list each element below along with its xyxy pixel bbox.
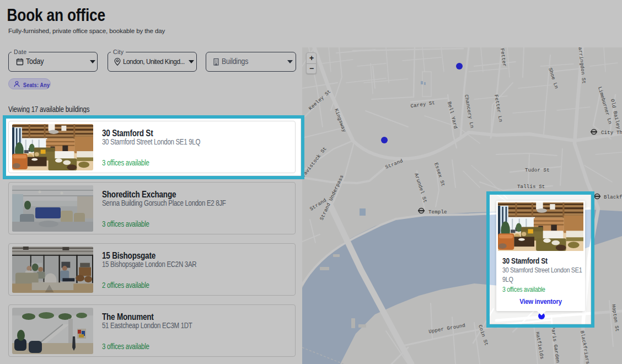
svg-text:Blackfriars: Blackfriars [604, 195, 622, 200]
svg-text:Tallis St: Tallis St [517, 184, 545, 190]
svg-text:Tudor St: Tudor St [525, 168, 550, 173]
svg-text:Temple: Temple [428, 210, 447, 215]
svg-text:City Thameslink: City Thameslink [601, 130, 622, 136]
